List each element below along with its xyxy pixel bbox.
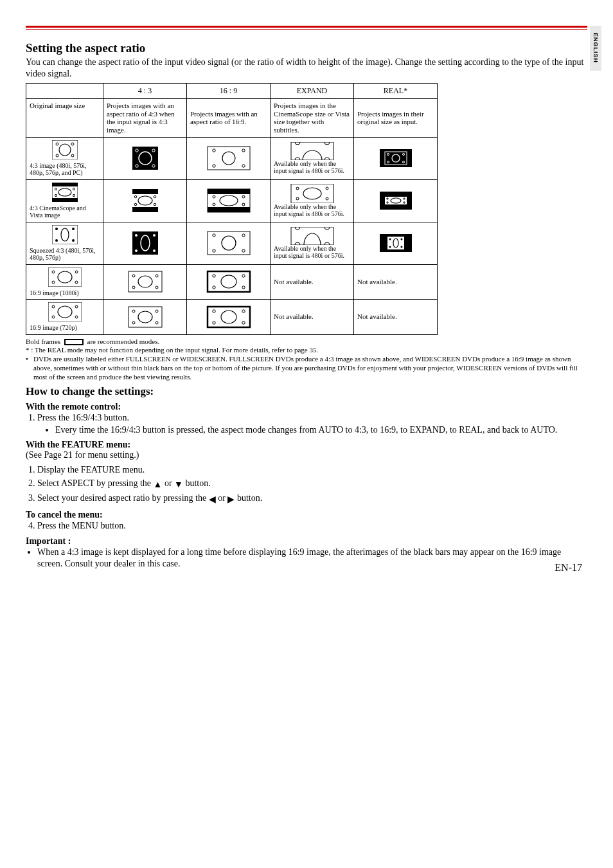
left-triangle-icon: ◀: [209, 494, 216, 506]
face-icon: [48, 302, 82, 321]
th-blank: [26, 84, 103, 99]
face-icon: [206, 269, 251, 294]
svg-point-16: [212, 165, 215, 167]
remote-step-bullet: Every time the 16:9/4:3 button is presse…: [55, 424, 587, 436]
row1-label: Original image size: [26, 99, 103, 138]
svg-rect-12: [208, 147, 250, 170]
cancel-title: To cancel the menu:: [26, 510, 587, 520]
svg-rect-49: [291, 184, 333, 203]
svg-point-97: [155, 275, 158, 277]
face-icon: [206, 188, 251, 213]
face-icon: [206, 145, 251, 171]
svg-point-117: [155, 321, 158, 324]
face-icon: [126, 145, 164, 171]
th-169: 16 : 9: [187, 84, 271, 99]
svg-point-67: [72, 239, 75, 242]
rowC-exp-note: Available only when the input signal is …: [274, 245, 350, 260]
svg-point-89: [58, 271, 72, 283]
svg-point-52: [326, 187, 328, 190]
svg-point-14: [212, 149, 215, 152]
row1-43: Projects images with an aspect ratio of …: [103, 99, 187, 138]
svg-point-75: [222, 236, 236, 250]
face-icon: [52, 140, 78, 159]
rowD-exp: Not available.: [271, 264, 354, 300]
svg-point-47: [213, 203, 215, 206]
svg-point-111: [75, 316, 78, 318]
svg-point-123: [242, 321, 244, 324]
table-row-1080i: 16:9 image (1080i) Not available. Not av…: [26, 264, 438, 300]
svg-point-72: [135, 249, 138, 252]
svg-point-51: [296, 187, 299, 190]
svg-point-87: [400, 246, 402, 248]
feature-step-1: Display the FEATURE menu.: [37, 464, 587, 476]
face-icon: [290, 184, 335, 203]
feature-step-2: Select ASPECT by pressing the ▲ or ▼ but…: [37, 478, 587, 491]
table-row-original: Original image size Projects images with…: [26, 99, 438, 138]
cancel-step-4: Press the MENU button.: [37, 520, 587, 532]
svg-point-121: [242, 310, 244, 312]
svg-point-120: [212, 310, 215, 312]
howto-title: How to change the settings:: [26, 385, 587, 398]
table-row-720p: 16:9 image (720p) Not available. Not ava…: [26, 300, 438, 335]
svg-point-53: [296, 197, 299, 200]
remote-step-1: Press the 16:9/4:3 button. Every time th…: [37, 412, 587, 436]
svg-point-92: [52, 281, 55, 284]
table-row-squeezed: Squeezed 4:3 (480i, 576i, 480p, 576p) Av…: [26, 222, 438, 264]
svg-point-107: [58, 306, 72, 318]
face-icon: [290, 227, 335, 245]
svg-point-109: [75, 305, 78, 308]
svg-point-110: [52, 316, 55, 318]
th-expand: EXPAND: [271, 84, 354, 99]
row1-exp: Projects images in the CinemaScope size …: [271, 99, 354, 138]
face-icon: [380, 234, 412, 252]
svg-point-48: [242, 203, 245, 206]
rowE-label: 16:9 image (720p): [26, 300, 103, 335]
down-triangle-icon: ▼: [174, 479, 183, 491]
up-triangle-icon: ▲: [154, 479, 163, 491]
rowB-exp: Available only when the input signal is …: [271, 179, 354, 222]
aspect-table: 4 : 3 16 : 9 EXPAND REAL* Original image…: [26, 83, 438, 335]
svg-point-84: [389, 239, 391, 240]
svg-point-103: [242, 275, 244, 277]
face-icon: [126, 269, 164, 294]
svg-rect-6: [132, 147, 158, 170]
feature-steps: Display the FEATURE menu. Select ASPECT …: [26, 464, 587, 506]
face-icon: [206, 304, 251, 330]
header-rule: [26, 26, 587, 30]
rowD-169: [187, 264, 271, 300]
svg-point-122: [212, 321, 215, 324]
rowD-label: 16:9 image (1080i): [26, 264, 103, 300]
svg-point-90: [52, 271, 55, 273]
svg-point-91: [75, 271, 78, 273]
svg-point-119: [221, 311, 236, 323]
rowC-43: [103, 222, 187, 264]
important-title: Important :: [26, 536, 587, 547]
svg-rect-74: [208, 231, 250, 255]
svg-point-64: [55, 228, 58, 230]
face-icon: [126, 188, 164, 213]
face-icon: [52, 183, 78, 202]
svg-point-78: [212, 249, 215, 252]
svg-point-4: [56, 154, 58, 157]
svg-point-65: [72, 228, 75, 230]
feature-title: With the FEATURE menu:: [26, 440, 587, 450]
rowE-169: [187, 300, 271, 335]
svg-point-44: [220, 195, 238, 206]
svg-point-3: [71, 143, 74, 145]
important-bullet: When a 4:3 image is kept displayed for a…: [37, 547, 587, 570]
rowD-43: [103, 264, 187, 300]
svg-point-114: [132, 310, 135, 312]
rowB-169: [187, 179, 271, 222]
svg-point-54: [326, 197, 328, 200]
legend-line: Bold frames are recommended modes.: [26, 338, 587, 347]
feature-see: (See Page 21 for menu setting.): [26, 450, 587, 460]
svg-point-1: [59, 144, 71, 156]
rowB-label-text: 4:3 CinemaScope and Vista image: [30, 204, 100, 219]
svg-point-63: [61, 228, 69, 241]
table-row-cinemascope: 4:3 CinemaScope and Vista image Availabl…: [26, 179, 438, 222]
table-header-row: 4 : 3 16 : 9 EXPAND REAL*: [26, 84, 438, 99]
face-icon: [290, 142, 335, 160]
svg-point-86: [389, 246, 391, 248]
th-real: REAL*: [354, 84, 438, 99]
svg-point-31: [73, 188, 75, 190]
